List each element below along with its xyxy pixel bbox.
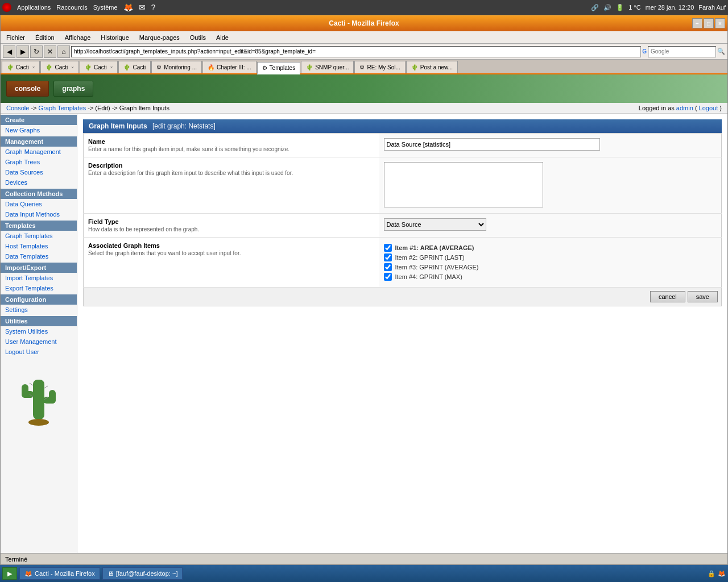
- applications-menu[interactable]: Applications: [17, 4, 51, 11]
- tab-icon-3: 🌵: [85, 64, 92, 70]
- raccourcis-menu[interactable]: Raccourcis: [56, 4, 87, 11]
- sidebar-item-new-graphs[interactable]: New Graphs: [1, 125, 77, 135]
- tab-re[interactable]: ⚙RE: My Sol...: [354, 61, 405, 73]
- tab-monitoring[interactable]: ⚙Monitoring ...: [151, 61, 202, 73]
- menu-historique[interactable]: Historique: [97, 33, 133, 42]
- breadcrumb: Console -> Graph Templates -> (Edit) -> …: [1, 103, 727, 114]
- menu-edition[interactable]: Édition: [32, 33, 58, 42]
- name-input-cell: [379, 134, 722, 157]
- sidebar-item-data-input-methods[interactable]: Data Input Methods: [1, 209, 77, 219]
- sidebar-item-import-templates[interactable]: Import Templates: [1, 273, 77, 283]
- google-search-box: G 🔍: [642, 46, 725, 57]
- sidebar-item-system-utilities[interactable]: System Utilities: [1, 326, 77, 336]
- menu-marque-pages[interactable]: Marque-pages: [136, 33, 183, 42]
- field-type-select[interactable]: Data Source: [384, 218, 486, 231]
- desc-label: Description: [88, 162, 375, 169]
- main-content: Graph Item Inputs [edit graph: Netstats]…: [77, 114, 727, 553]
- systeme-menu[interactable]: Système: [93, 4, 118, 11]
- tab-close-3[interactable]: ×: [110, 65, 113, 70]
- svg-rect-2: [22, 384, 28, 398]
- stop-button[interactable]: ✕: [44, 45, 56, 58]
- sidebar-item-logout-user[interactable]: Logout User: [1, 347, 77, 357]
- forward-button[interactable]: ▶: [16, 45, 29, 58]
- checkbox-item3[interactable]: [384, 263, 392, 271]
- name-input[interactable]: [384, 138, 600, 151]
- checkbox-item4[interactable]: [384, 273, 392, 281]
- sidebar-item-settings[interactable]: Settings: [1, 305, 77, 315]
- back-button[interactable]: ◀: [3, 45, 15, 58]
- sidebar-section-create: Create: [1, 115, 77, 125]
- cactus-logo: [1, 357, 77, 443]
- menu-aide[interactable]: Aide: [213, 33, 232, 42]
- volume-icon: 🔊: [603, 4, 611, 11]
- sidebar: Create New Graphs Management Graph Manag…: [1, 114, 77, 553]
- tab-chapter3[interactable]: 🔥Chapter III: ...: [202, 61, 257, 73]
- google-search-icon[interactable]: 🔍: [717, 48, 725, 55]
- tab-icon-1: 🌵: [7, 64, 14, 70]
- cancel-button[interactable]: cancel: [650, 291, 685, 302]
- logout-link[interactable]: Logout: [699, 105, 718, 111]
- mail-icon: ✉: [139, 3, 146, 12]
- tab-post[interactable]: 🌵Post a new...: [406, 61, 458, 73]
- minimize-button[interactable]: −: [692, 18, 702, 28]
- checkbox-label-4: Item #4: GPRINT (MAX): [395, 273, 462, 280]
- tab-icon-4: 🌵: [123, 64, 130, 70]
- admin-link[interactable]: admin: [676, 105, 693, 111]
- tab-templates[interactable]: ⚙Templates: [257, 62, 301, 74]
- tab-cacti-4[interactable]: 🌵Cacti: [118, 61, 151, 73]
- save-button[interactable]: save: [688, 291, 718, 302]
- sidebar-item-export-templates[interactable]: Export Templates: [1, 283, 77, 293]
- window-controls[interactable]: − □ ×: [692, 18, 725, 28]
- menu-outils[interactable]: Outils: [187, 33, 209, 42]
- graphs-button[interactable]: graphs: [53, 81, 93, 97]
- tab-snmp[interactable]: 🌵SNMP quer...: [301, 61, 354, 73]
- browser-tabs: 🌵Cacti× 🌵Cacti× 🌵Cacti× 🌵Cacti ⚙Monitori…: [1, 60, 727, 74]
- sidebar-item-devices[interactable]: Devices: [1, 177, 77, 188]
- breadcrumb-graph-templates[interactable]: Graph Templates: [39, 105, 86, 111]
- console-button[interactable]: console: [6, 81, 49, 97]
- sidebar-item-data-sources[interactable]: Data Sources: [1, 167, 77, 177]
- menu-fichier[interactable]: Fichier: [3, 33, 28, 42]
- sidebar-item-data-templates[interactable]: Data Templates: [1, 251, 77, 261]
- form-header-sub: [edit graph: Netstats]: [152, 122, 216, 130]
- tab-cacti-2[interactable]: 🌵Cacti×: [40, 61, 78, 73]
- sidebar-item-host-templates[interactable]: Host Templates: [1, 241, 77, 251]
- desc-input-cell: [379, 157, 722, 214]
- sidebar-section-templates: Templates: [1, 221, 77, 231]
- desc-textarea[interactable]: [384, 162, 543, 207]
- tab-cacti-1[interactable]: 🌵Cacti×: [2, 61, 40, 73]
- maximize-button[interactable]: □: [704, 18, 714, 28]
- desc-desc: Enter a description for this graph item …: [88, 170, 375, 176]
- tab-close-2[interactable]: ×: [71, 65, 74, 70]
- sidebar-item-graph-trees[interactable]: Graph Trees: [1, 157, 77, 167]
- menu-affichage[interactable]: Affichage: [61, 33, 94, 42]
- address-bar[interactable]: http://localhost/cacti/graph_templates_i…: [71, 46, 641, 57]
- svg-rect-4: [49, 390, 56, 404]
- buttons-row: cancel save: [83, 288, 722, 306]
- battery-icon: 🔋: [616, 4, 624, 11]
- name-desc: Enter a name for this graph item input, …: [88, 146, 375, 152]
- reload-button[interactable]: ↻: [30, 45, 43, 58]
- temperature: 1 °C: [628, 4, 641, 11]
- checkbox-item1[interactable]: [384, 244, 392, 252]
- tab-icon-5: ⚙: [156, 64, 162, 70]
- name-label-cell: Name Enter a name for this graph item in…: [84, 134, 379, 157]
- google-logo: G: [642, 48, 647, 55]
- sidebar-item-data-queries[interactable]: Data Queries: [1, 199, 77, 209]
- sidebar-item-graph-management[interactable]: Graph Management: [1, 147, 77, 157]
- svg-rect-0: [33, 380, 44, 419]
- svg-line-6: [30, 383, 33, 385]
- assoc-items-cell: Item #1: AREA (AVERAGE) Item #2: GPRINT …: [379, 238, 722, 288]
- tab-cacti-3[interactable]: 🌵Cacti×: [80, 61, 118, 73]
- cactus-svg: [16, 368, 61, 431]
- form-header: Graph Item Inputs [edit graph: Netstats]: [83, 119, 722, 133]
- google-search-input[interactable]: [648, 46, 716, 57]
- cacti-header: console graphs: [1, 74, 727, 103]
- breadcrumb-console[interactable]: Console: [6, 105, 29, 111]
- close-button[interactable]: ×: [715, 18, 725, 28]
- sidebar-item-user-management[interactable]: User Management: [1, 336, 77, 347]
- sidebar-item-graph-templates[interactable]: Graph Templates: [1, 231, 77, 241]
- tab-close-1[interactable]: ×: [32, 65, 35, 70]
- checkbox-item2[interactable]: [384, 253, 392, 261]
- home-button[interactable]: ⌂: [57, 45, 70, 58]
